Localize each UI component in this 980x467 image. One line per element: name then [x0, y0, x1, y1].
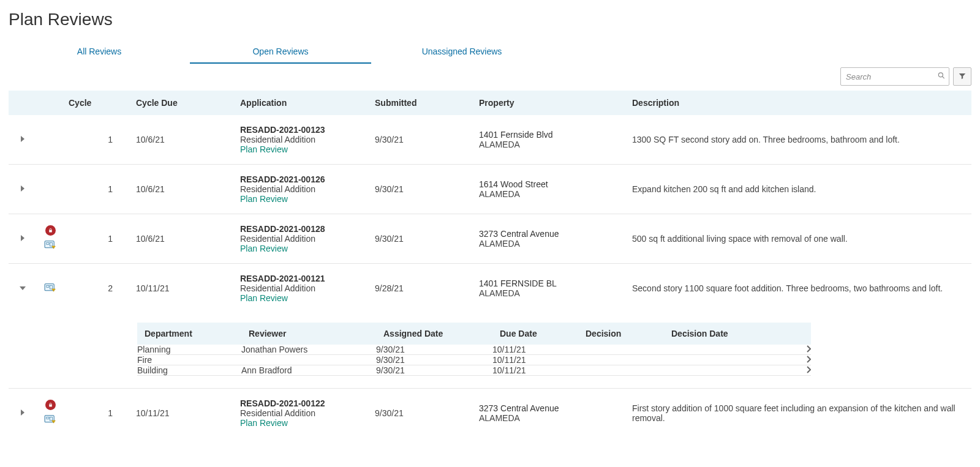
- application-number: RESADD-2021-00121: [240, 274, 365, 283]
- cell-department: Building: [137, 365, 241, 376]
- cell-submitted: 9/30/21: [370, 214, 474, 264]
- application-number: RESADD-2021-00123: [240, 125, 365, 135]
- cell-cycle-due: 10/11/21: [131, 389, 235, 438]
- col-cycle[interactable]: Cycle: [64, 91, 131, 115]
- cell-cycle-due: 10/6/21: [131, 165, 235, 214]
- cell-reviewer: Jonathan Powers: [241, 345, 376, 355]
- application-number: RESADD-2021-00126: [240, 174, 365, 184]
- cell-submitted: 9/28/21: [370, 264, 474, 313]
- col-decision-date[interactable]: Decision Date: [664, 323, 786, 345]
- expand-toggle[interactable]: [20, 408, 26, 418]
- details-table-row: Fire9/30/2110/11/21: [137, 355, 811, 365]
- property-city: ALAMEDA: [479, 413, 622, 423]
- table-row: !110/11/21RESADD-2021-00122Residential A…: [9, 389, 971, 438]
- property-address: 3273 Central Avenue: [479, 403, 622, 413]
- property-city: ALAMEDA: [479, 140, 622, 149]
- cell-reviewer: [241, 355, 376, 365]
- cell-cycle: 2: [64, 264, 131, 313]
- col-department[interactable]: Department: [137, 323, 241, 345]
- filter-button[interactable]: [953, 67, 971, 86]
- property-address: 1401 Fernside Blvd: [479, 130, 622, 140]
- property-address: 3273 Central Avenue: [479, 229, 622, 239]
- tab-open-reviews[interactable]: Open Reviews: [190, 40, 371, 64]
- plan-review-link[interactable]: Plan Review: [240, 144, 365, 154]
- details-row: DepartmentReviewerAssigned DateDue DateD…: [9, 313, 971, 389]
- plan-review-link[interactable]: Plan Review: [240, 244, 365, 253]
- details-table-row: BuildingAnn Bradford9/30/2110/11/21: [137, 365, 811, 376]
- property-city: ALAMEDA: [479, 239, 622, 248]
- search-input[interactable]: [840, 67, 949, 86]
- col-due-date[interactable]: Due Date: [492, 323, 578, 345]
- cell-submitted: 9/30/21: [370, 115, 474, 165]
- cell-due-date: 10/11/21: [492, 345, 578, 355]
- toolbar: [9, 67, 971, 86]
- cell-decision-date: [664, 365, 786, 376]
- col-assigned-date[interactable]: Assigned Date: [376, 323, 492, 345]
- chevron-right-icon[interactable]: [806, 345, 811, 354]
- cell-due-date: 10/11/21: [492, 365, 578, 376]
- col-submitted[interactable]: Submitted: [370, 91, 474, 115]
- tabs: All Reviews Open Reviews Unassigned Revi…: [9, 40, 971, 64]
- details-table-row: PlanningJonathan Powers9/30/2110/11/21: [137, 345, 811, 355]
- cell-assigned-date: 9/30/21: [376, 355, 492, 365]
- cell-decision-date: [664, 355, 786, 365]
- table-row: 110/6/21RESADD-2021-00123Residential Add…: [9, 115, 971, 165]
- col-decision[interactable]: Decision: [578, 323, 664, 345]
- tab-all-reviews[interactable]: All Reviews: [9, 40, 190, 64]
- col-cycle-due[interactable]: Cycle Due: [131, 91, 235, 115]
- cell-cycle: 1: [64, 389, 131, 438]
- cell-assigned-date: 9/30/21: [376, 345, 492, 355]
- expand-toggle[interactable]: [20, 184, 26, 194]
- cell-reviewer: Ann Bradford: [241, 365, 376, 376]
- lock-icon: [45, 225, 56, 236]
- cell-cycle-due: 10/11/21: [131, 264, 235, 313]
- property-city: ALAMEDA: [479, 189, 622, 199]
- svg-text:!: !: [53, 246, 54, 249]
- chevron-right-icon[interactable]: [806, 365, 811, 375]
- plan-warning-icon: !: [43, 414, 57, 427]
- table-row: 110/6/21RESADD-2021-00126Residential Add…: [9, 165, 971, 214]
- cell-cycle-due: 10/6/21: [131, 115, 235, 165]
- cell-description: 1300 SQ FT second story add on. Three be…: [627, 115, 971, 165]
- cell-decision: [578, 345, 664, 355]
- plan-review-link[interactable]: Plan Review: [240, 194, 365, 204]
- cell-description: First story addition of 1000 square feet…: [627, 389, 971, 438]
- col-description[interactable]: Description: [627, 91, 971, 115]
- svg-text:!: !: [53, 288, 54, 291]
- page-title: Plan Reviews: [9, 10, 971, 29]
- cell-cycle: 1: [64, 214, 131, 264]
- table-row: !210/11/21RESADD-2021-00121Residential A…: [9, 264, 971, 313]
- cell-cycle: 1: [64, 115, 131, 165]
- cell-due-date: 10/11/21: [492, 355, 578, 365]
- application-type: Residential Addition: [240, 135, 365, 144]
- chevron-right-icon[interactable]: [806, 355, 811, 365]
- search-icon[interactable]: [937, 72, 946, 82]
- application-number: RESADD-2021-00128: [240, 224, 365, 234]
- reviews-table: Cycle Cycle Due Application Submitted Pr…: [9, 91, 971, 438]
- cell-submitted: 9/30/21: [370, 389, 474, 438]
- search-wrap: [840, 67, 949, 86]
- table-header-row: Cycle Cycle Due Application Submitted Pr…: [9, 91, 971, 115]
- lock-icon: [45, 400, 56, 410]
- plan-review-link[interactable]: Plan Review: [240, 293, 365, 303]
- col-property[interactable]: Property: [474, 91, 627, 115]
- tab-unassigned-reviews[interactable]: Unassigned Reviews: [371, 40, 552, 64]
- property-address: 1614 Wood Street: [479, 179, 622, 189]
- collapse-toggle[interactable]: [19, 283, 26, 293]
- application-type: Residential Addition: [240, 283, 365, 293]
- plan-warning-icon: !: [43, 239, 57, 252]
- col-reviewer[interactable]: Reviewer: [241, 323, 376, 345]
- expand-toggle[interactable]: [20, 234, 26, 244]
- cell-description: Expand kitchen 200 sq ft and add kitchen…: [627, 165, 971, 214]
- application-type: Residential Addition: [240, 408, 365, 418]
- svg-point-0: [938, 73, 943, 77]
- expand-toggle[interactable]: [20, 135, 26, 144]
- col-application[interactable]: Application: [235, 91, 370, 115]
- property-city: ALAMEDA: [479, 288, 622, 298]
- property-address: 1401 FERNSIDE BL: [479, 278, 622, 288]
- cell-decision: [578, 365, 664, 376]
- cell-assigned-date: 9/30/21: [376, 365, 492, 376]
- plan-review-link[interactable]: Plan Review: [240, 418, 365, 428]
- svg-text:!: !: [53, 420, 54, 424]
- cell-department: Planning: [137, 345, 241, 355]
